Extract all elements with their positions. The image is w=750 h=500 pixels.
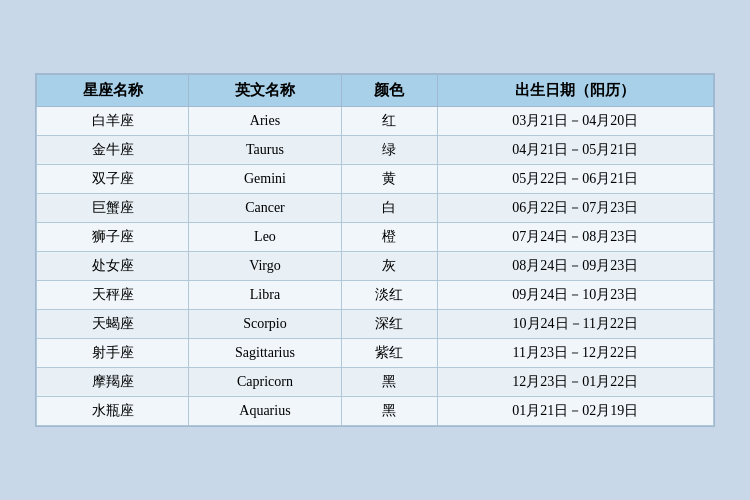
cell-english: Libra bbox=[189, 281, 341, 310]
table-row: 处女座Virgo灰08月24日－09月23日 bbox=[37, 252, 714, 281]
table-row: 白羊座Aries红03月21日－04月20日 bbox=[37, 107, 714, 136]
cell-dates: 07月24日－08月23日 bbox=[437, 223, 713, 252]
cell-dates: 05月22日－06月21日 bbox=[437, 165, 713, 194]
table-row: 天蝎座Scorpio深红10月24日－11月22日 bbox=[37, 310, 714, 339]
cell-chinese: 摩羯座 bbox=[37, 368, 189, 397]
table-row: 摩羯座Capricorn黑12月23日－01月22日 bbox=[37, 368, 714, 397]
col-header-english: 英文名称 bbox=[189, 75, 341, 107]
cell-dates: 03月21日－04月20日 bbox=[437, 107, 713, 136]
cell-chinese: 金牛座 bbox=[37, 136, 189, 165]
cell-color: 红 bbox=[341, 107, 437, 136]
cell-chinese: 处女座 bbox=[37, 252, 189, 281]
table-row: 巨蟹座Cancer白06月22日－07月23日 bbox=[37, 194, 714, 223]
cell-dates: 09月24日－10月23日 bbox=[437, 281, 713, 310]
cell-color: 白 bbox=[341, 194, 437, 223]
col-header-dates: 出生日期（阳历） bbox=[437, 75, 713, 107]
cell-dates: 08月24日－09月23日 bbox=[437, 252, 713, 281]
cell-chinese: 天秤座 bbox=[37, 281, 189, 310]
cell-chinese: 射手座 bbox=[37, 339, 189, 368]
table-row: 水瓶座Aquarius黑01月21日－02月19日 bbox=[37, 397, 714, 426]
cell-chinese: 白羊座 bbox=[37, 107, 189, 136]
cell-english: Aries bbox=[189, 107, 341, 136]
cell-color: 灰 bbox=[341, 252, 437, 281]
cell-english: Gemini bbox=[189, 165, 341, 194]
table-row: 天秤座Libra淡红09月24日－10月23日 bbox=[37, 281, 714, 310]
cell-color: 紫红 bbox=[341, 339, 437, 368]
cell-chinese: 狮子座 bbox=[37, 223, 189, 252]
cell-english: Cancer bbox=[189, 194, 341, 223]
cell-english: Scorpio bbox=[189, 310, 341, 339]
cell-english: Virgo bbox=[189, 252, 341, 281]
cell-color: 黑 bbox=[341, 368, 437, 397]
cell-english: Taurus bbox=[189, 136, 341, 165]
cell-english: Leo bbox=[189, 223, 341, 252]
col-header-color: 颜色 bbox=[341, 75, 437, 107]
cell-dates: 01月21日－02月19日 bbox=[437, 397, 713, 426]
cell-english: Sagittarius bbox=[189, 339, 341, 368]
cell-color: 黄 bbox=[341, 165, 437, 194]
table-row: 金牛座Taurus绿04月21日－05月21日 bbox=[37, 136, 714, 165]
cell-dates: 04月21日－05月21日 bbox=[437, 136, 713, 165]
cell-dates: 06月22日－07月23日 bbox=[437, 194, 713, 223]
cell-color: 绿 bbox=[341, 136, 437, 165]
cell-dates: 10月24日－11月22日 bbox=[437, 310, 713, 339]
cell-chinese: 天蝎座 bbox=[37, 310, 189, 339]
zodiac-table: 星座名称 英文名称 颜色 出生日期（阳历） 白羊座Aries红03月21日－04… bbox=[36, 74, 714, 426]
cell-dates: 11月23日－12月22日 bbox=[437, 339, 713, 368]
cell-color: 橙 bbox=[341, 223, 437, 252]
cell-english: Capricorn bbox=[189, 368, 341, 397]
table-row: 射手座Sagittarius紫红11月23日－12月22日 bbox=[37, 339, 714, 368]
cell-english: Aquarius bbox=[189, 397, 341, 426]
table-row: 狮子座Leo橙07月24日－08月23日 bbox=[37, 223, 714, 252]
cell-color: 深红 bbox=[341, 310, 437, 339]
cell-chinese: 巨蟹座 bbox=[37, 194, 189, 223]
zodiac-table-container: 星座名称 英文名称 颜色 出生日期（阳历） 白羊座Aries红03月21日－04… bbox=[35, 73, 715, 427]
table-header-row: 星座名称 英文名称 颜色 出生日期（阳历） bbox=[37, 75, 714, 107]
cell-color: 淡红 bbox=[341, 281, 437, 310]
table-row: 双子座Gemini黄05月22日－06月21日 bbox=[37, 165, 714, 194]
col-header-chinese: 星座名称 bbox=[37, 75, 189, 107]
cell-chinese: 双子座 bbox=[37, 165, 189, 194]
cell-color: 黑 bbox=[341, 397, 437, 426]
cell-dates: 12月23日－01月22日 bbox=[437, 368, 713, 397]
cell-chinese: 水瓶座 bbox=[37, 397, 189, 426]
